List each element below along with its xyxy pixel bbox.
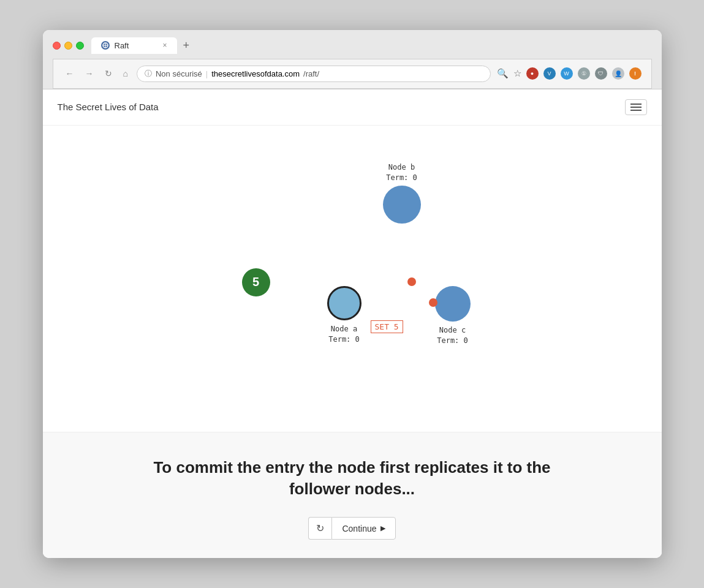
bookmark-icon[interactable]: ☆ (513, 68, 521, 79)
url-separator: | (206, 69, 208, 78)
tab-bar: Raft × + (91, 37, 652, 54)
site-title: The Secret Lives of Data (58, 102, 159, 112)
url-path: /raft/ (303, 69, 319, 78)
refresh-button[interactable]: ↻ (102, 67, 115, 80)
tab-title: Raft (115, 41, 129, 50)
maximize-window-button[interactable] (76, 42, 84, 50)
node-a: Node a Term: 0 (327, 286, 361, 347)
extension-icon-4[interactable]: ① (578, 67, 590, 80)
forward-button[interactable]: → (83, 67, 96, 80)
continue-arrow-icon: ▶ (380, 524, 385, 532)
hamburger-line-1 (630, 104, 642, 105)
red-dot-b (407, 277, 416, 286)
extension-icon-1[interactable]: ● (526, 67, 539, 80)
site-header: The Secret Lives of Data (43, 89, 662, 126)
minimize-window-button[interactable] (64, 42, 72, 50)
node-b-circle[interactable] (383, 186, 421, 224)
node-c-label: Node c Term: 0 (437, 325, 468, 346)
browser-tab-raft[interactable]: Raft × (91, 37, 177, 54)
hamburger-line-2 (630, 107, 642, 108)
bottom-section: To commit the entry the node first repli… (43, 432, 662, 558)
security-icon: ⓘ (145, 69, 152, 79)
main-message: To commit the entry the node first repli… (138, 457, 567, 500)
browser-titlebar: Raft × + ← → ↻ ⌂ ⓘ Non sécurisé | thesec… (43, 30, 662, 89)
address-bar: ← → ↻ ⌂ ⓘ Non sécurisé | thesecretliveso… (53, 59, 652, 89)
page-content: The Secret Lives of Data Node b Term: 0 (43, 89, 662, 558)
node-a-label: Node a Term: 0 (328, 324, 360, 345)
search-toolbar-icon[interactable]: 🔍 (497, 68, 509, 79)
security-label: Non sécurisé (156, 69, 202, 78)
browser-window: Raft × + ← → ↻ ⌂ ⓘ Non sécurisé | thesec… (43, 30, 662, 558)
url-domain: thesecretlivesofdata.com (211, 69, 300, 78)
red-dot-c (429, 298, 437, 307)
green-ball-value: 5 (242, 268, 270, 296)
visualization-area: Node b Term: 0 5 Node a Term: 0 (43, 126, 662, 432)
node-b: Node b Term: 0 (383, 162, 421, 224)
node-b-label: Node b Term: 0 (386, 162, 417, 183)
traffic-lights (53, 42, 84, 50)
continue-label: Continue (342, 524, 376, 533)
toolbar-icons: 🔍 ☆ ● V W ① 🛡 👤 (497, 67, 642, 80)
new-tab-button[interactable]: + (180, 38, 194, 53)
extension-icon-2[interactable]: V (543, 67, 556, 80)
node-c-circle[interactable] (435, 286, 471, 322)
node-c: Node c Term: 0 (435, 286, 471, 349)
action-buttons: ↻ Continue ▶ (58, 517, 647, 540)
extension-icon-6[interactable]: ! (629, 67, 642, 80)
user-avatar[interactable]: 👤 (612, 67, 624, 80)
extension-icon-3[interactable]: W (561, 67, 573, 80)
extension-icon-5[interactable]: 🛡 (595, 67, 607, 80)
tab-favicon-icon (101, 41, 110, 50)
set-label: SET 5 (371, 320, 403, 333)
continue-button[interactable]: Continue ▶ (331, 517, 395, 540)
reset-icon: ↻ (316, 523, 324, 533)
node-a-circle[interactable] (327, 286, 361, 320)
home-button[interactable]: ⌂ (121, 67, 131, 80)
url-bar[interactable]: ⓘ Non sécurisé | thesecretlivesofdata.co… (137, 66, 491, 82)
hamburger-menu-button[interactable] (625, 99, 647, 115)
close-window-button[interactable] (53, 42, 61, 50)
tab-close-icon[interactable]: × (162, 41, 167, 50)
back-button[interactable]: ← (63, 67, 77, 80)
reset-button[interactable]: ↻ (308, 517, 331, 540)
hamburger-line-3 (630, 110, 642, 111)
